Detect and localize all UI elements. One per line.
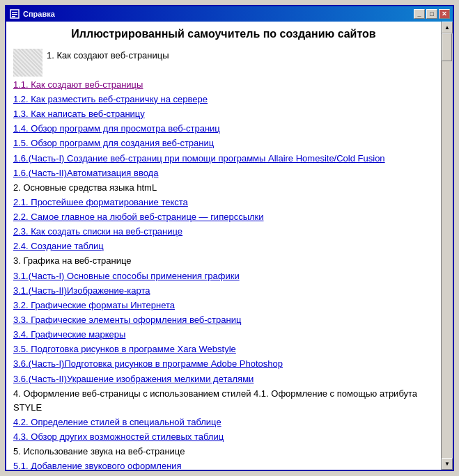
title-bar: Справка _ □ ✕	[6, 6, 453, 22]
window-title: Справка	[23, 10, 414, 18]
main-window: Справка _ □ ✕ Иллюстрированный самоучите…	[5, 5, 454, 471]
svg-rect-1	[12, 12, 17, 13]
list-item[interactable]: 1.1. Как создают веб-страницы	[13, 78, 434, 92]
window-controls: _ □ ✕	[414, 9, 450, 19]
list-item[interactable]: 1.5. Обзор программ для создания веб-стр…	[13, 136, 434, 150]
svg-rect-3	[12, 16, 15, 17]
close-button[interactable]: ✕	[439, 9, 450, 19]
toc-item-text: 1. Как создают веб-страницы	[47, 49, 169, 63]
list-item[interactable]: 3.1.(Часть-I) Основные способы применени…	[13, 269, 434, 283]
list-item: 2. Основные средства языка htmL	[13, 181, 434, 195]
list-item[interactable]: 2.3. Как создать списки на веб-странице	[13, 225, 434, 239]
list-item[interactable]: 3.6.(Часть-II)Украшение изображения мелк…	[13, 372, 434, 386]
list-item: 1. Как создают веб-страницы	[13, 49, 434, 77]
scrollbar: ▲ ▼	[441, 22, 453, 470]
list-item[interactable]: 1.6.(Часть-II)Автоматизация ввода	[13, 166, 434, 180]
list-item[interactable]: 5.1. Добавление звукового оформления	[13, 459, 434, 470]
chapter-thumbnail	[13, 49, 42, 77]
window-icon	[9, 8, 20, 19]
list-item[interactable]: 1.2. Как разместить веб-страничку на сер…	[13, 93, 434, 106]
list-item[interactable]: 3.3. Графические элементы оформления веб…	[13, 313, 434, 327]
content-area: Иллюстрированный самоучитель по созданию…	[6, 22, 453, 470]
maximize-button[interactable]: □	[426, 9, 437, 19]
list-item: 3. Графика на веб-странице	[13, 254, 434, 268]
list-item: 5. Использование звука на веб-странице	[13, 445, 434, 459]
page-title: Иллюстрированный самоучитель по созданию…	[13, 27, 434, 42]
list-item[interactable]: 1.3. Как написать веб-страницу	[13, 107, 434, 121]
list-item[interactable]: 3.2. Графические форматы Интернета	[13, 299, 434, 312]
list-item[interactable]: 2.1. Простейшее форматирование текста	[13, 196, 434, 209]
list-item: 4. Оформление веб-страницы с использован…	[13, 387, 434, 415]
svg-rect-2	[12, 14, 17, 15]
list-item[interactable]: 4.2. Определение стилей в специальной та…	[13, 415, 434, 429]
list-item[interactable]: 3.1.(Часть-II)Изображение-карта	[13, 284, 434, 298]
scroll-down-button[interactable]: ▼	[442, 458, 453, 470]
list-item[interactable]: 3.5. Подготовка рисунков в программе Xar…	[13, 342, 434, 356]
list-item[interactable]: 3.6.(Часть-I)Подготовка рисунков в прогр…	[13, 357, 434, 371]
minimize-button[interactable]: _	[414, 9, 425, 19]
list-item[interactable]: 1.6.(Часть-I) Создание веб-страниц при п…	[13, 152, 434, 166]
list-item[interactable]: 3.4. Графические маркеры	[13, 328, 434, 342]
list-item[interactable]: 2.2. Самое главное на любой веб-странице…	[13, 210, 434, 224]
list-item[interactable]: 4.3. Обзор других возможностей стилевых …	[13, 430, 434, 444]
scroll-thumb[interactable]	[442, 33, 452, 61]
list-item[interactable]: 1.4. Обзор программ для просмотра веб-ст…	[13, 122, 434, 136]
toc-container: 1. Как создают веб-страницы1.1. Как созд…	[13, 49, 434, 470]
list-item[interactable]: 2.4. Создание таблиц	[13, 239, 434, 253]
scroll-track	[442, 33, 453, 458]
scroll-up-button[interactable]: ▲	[442, 22, 453, 33]
scroll-content: Иллюстрированный самоучитель по созданию…	[6, 22, 441, 470]
